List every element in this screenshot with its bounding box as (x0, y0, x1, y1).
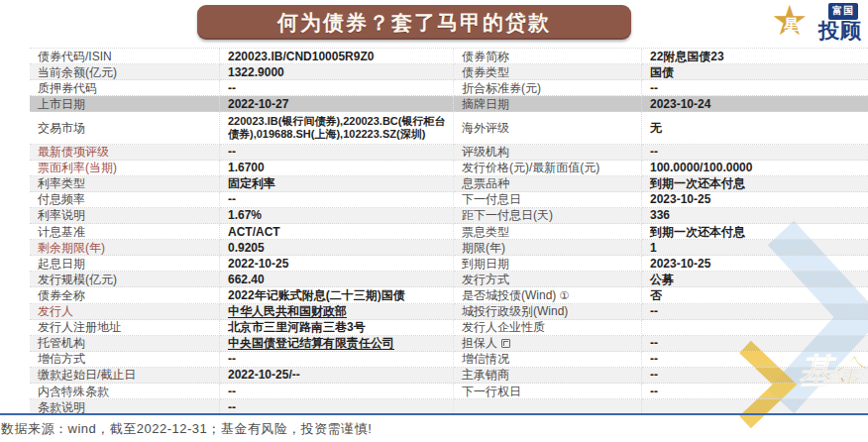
label-cell: 主承销商 (454, 368, 642, 384)
field-label: 是否城投债(Wind) (462, 288, 556, 302)
label-cell: 发行人企业性质 (454, 320, 642, 336)
value-cell (642, 320, 868, 336)
page-title: 何为债券？套了马甲的贷款 (197, 5, 631, 40)
value-cell: 中华人民共和国财政部 (220, 304, 454, 320)
field-label: 发行人企业性质 (462, 320, 545, 334)
bond-info-table: 债券代码/ISIN220023.IB/CND10005R9Z0债券简称22附息国… (30, 48, 868, 414)
field-value-link[interactable]: 中央国债登记结算有限责任公司 (228, 336, 394, 350)
field-value: -- (228, 385, 236, 398)
table-row: 当前余额(亿元)1322.9000债券类型国债 (30, 64, 868, 80)
field-label: 发行规模(亿元) (38, 273, 117, 286)
value-cell: 国债 (642, 64, 868, 80)
field-label: 利率说明 (38, 208, 85, 222)
table-row: 缴款起始日/截止日2022-10-25/--主承销商-- (30, 368, 868, 384)
field-value: -- (650, 352, 658, 366)
field-label: 计息基准 (38, 225, 85, 239)
label-cell: 利率说明 (30, 208, 220, 224)
field-label: 距下一付息日(天) (462, 208, 553, 222)
value-cell: 中央国债登记结算有限责任公司 (220, 336, 454, 352)
field-label: 债券简称 (462, 50, 509, 63)
field-label: 发行人 (38, 304, 73, 318)
info-circle-icon: ① (559, 288, 569, 302)
field-label: 票面利率(当期) (38, 161, 117, 174)
value-cell: -- (642, 145, 868, 161)
field-value: 2023-10-24 (650, 97, 710, 111)
detail-popup-icon[interactable] (501, 339, 510, 348)
brand-name-main: 投顾 (818, 17, 862, 45)
label-cell: 增信情况 (454, 352, 642, 368)
value-cell: 2023-10-24 (642, 96, 868, 112)
field-label: 期限(年) (462, 241, 505, 255)
label-cell: 起息日期 (30, 256, 220, 272)
value-cell: -- (220, 192, 454, 208)
field-label: 债券类型 (462, 65, 509, 79)
field-label: 付息频率 (38, 192, 85, 206)
field-value: -- (650, 385, 658, 398)
field-value: 1322.9000 (228, 65, 284, 79)
table-row: 付息频率--下一付息日2023-10-25 (30, 192, 868, 208)
table-row: 债券代码/ISIN220023.IB/CND10005R9Z0债券简称22附息国… (30, 49, 868, 64)
field-value: 2022年记账式附息(二十三期)国债 (228, 288, 405, 302)
table-row: 发行人注册地址北京市三里河路南三巷3号发行人企业性质 (30, 320, 868, 336)
field-label: 质押券代码 (38, 81, 97, 95)
label-cell: 期限(年) (454, 240, 642, 256)
field-value: 220023.IB/CND10005R9Z0 (228, 50, 374, 63)
field-value: -- (650, 368, 658, 382)
table-row: 利率说明1.67%距下一付息日(天)336 (30, 208, 868, 224)
value-cell: 无 (642, 112, 868, 144)
value-cell: 100.0000/100.0000 (642, 161, 868, 176)
label-cell: 托管机构 (30, 336, 220, 352)
value-cell: 固定利率 (220, 176, 454, 192)
label-cell: 付息频率 (30, 192, 220, 208)
field-label: 最新债项评级 (38, 145, 109, 159)
field-value: -- (650, 145, 658, 159)
label-cell: 债券代码/ISIN (30, 49, 220, 64)
label-cell: 计息基准 (30, 224, 220, 240)
value-cell: 公募 (642, 272, 868, 287)
field-label: 摘牌日期 (462, 97, 509, 111)
value-cell: -- (220, 80, 454, 96)
value-cell: 2022-10-25 (220, 256, 454, 272)
page-title-text: 何为债券？套了马甲的贷款 (277, 9, 551, 37)
field-value: 到期一次还本付息 (650, 176, 745, 190)
value-cell: 1322.9000 (220, 64, 454, 80)
table-row: 交易市场220023.IB(银行间债券),220023.BC(银行柜台债券),0… (30, 112, 868, 144)
value-cell: 1 (642, 240, 868, 256)
field-label: 城投行政级别(Wind) (462, 304, 568, 318)
field-label: 当前余额(亿元) (38, 65, 117, 79)
field-value: -- (228, 352, 236, 366)
value-cell: -- (642, 352, 868, 368)
field-value: 固定利率 (228, 176, 275, 190)
label-cell: 票面利率(当期) (30, 161, 220, 176)
table-row: 内含特殊条款--下一行权日-- (30, 384, 868, 399)
value-cell: -- (642, 384, 868, 399)
field-value: -- (650, 336, 658, 350)
field-label: 发行人注册地址 (38, 320, 121, 334)
label-cell: 海外评级 (454, 112, 642, 144)
value-cell: -- (642, 368, 868, 384)
field-label: 托管机构 (38, 336, 85, 350)
value-cell: -- (220, 352, 454, 368)
field-label: 条款说明 (38, 400, 85, 414)
field-label: 下一行权日 (462, 385, 521, 398)
value-cell: -- (642, 80, 868, 96)
value-cell: 0.9205 (220, 240, 454, 256)
field-value-link[interactable]: 中华人民共和国财政部 (228, 304, 347, 318)
table-row: 票面利率(当期)1.6700发行价格(元)/最新面值(元)100.0000/10… (30, 161, 868, 176)
field-label: 上市日期 (38, 97, 85, 111)
field-label: 增信方式 (38, 352, 85, 366)
label-cell: 发行人注册地址 (30, 320, 220, 336)
table-row: 增信方式--增信情况-- (30, 352, 868, 368)
field-value: -- (228, 81, 236, 95)
field-label: 下一付息日 (462, 192, 521, 206)
field-value: -- (650, 81, 658, 95)
label-cell: 城投行政级别(Wind) (454, 304, 642, 320)
value-cell: -- (220, 384, 454, 399)
value-cell: 2022-10-27 (220, 96, 454, 112)
value-cell: -- (220, 145, 454, 161)
label-cell: 增信方式 (30, 352, 220, 368)
field-value: 1.6700 (228, 161, 265, 174)
brand-logo: ★ 星 富国 投顾 (771, 2, 862, 46)
data-source-disclaimer: 数据来源：wind，截至2022-12-31；基金有风险，投资需谨慎! (1, 420, 372, 438)
field-label: 发行价格(元)/最新面值(元) (462, 161, 599, 174)
